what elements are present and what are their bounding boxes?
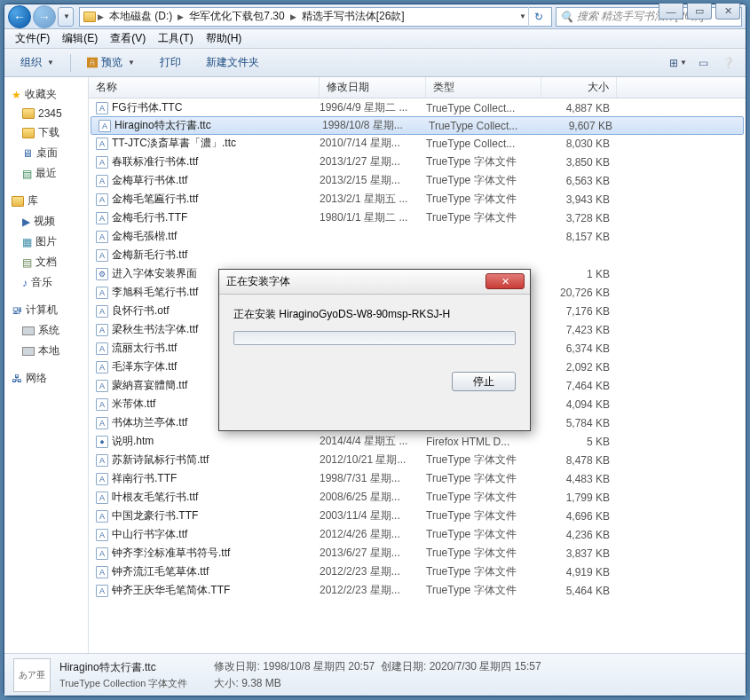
file-row[interactable]: A钟齐王庆华毛笔简体.TTF2012/2/23 星期...TrueType 字体… <box>89 581 746 600</box>
file-row[interactable]: AHiragino特太行書.ttc1998/10/8 星期...TrueType… <box>91 116 744 135</box>
sidebar-item[interactable]: ▤文档 <box>10 252 83 272</box>
file-row[interactable]: A金梅新毛行书.ttf <box>89 246 746 264</box>
file-type: TrueType Collect... <box>426 102 541 114</box>
file-icon: A <box>96 305 108 318</box>
file-name: 钟齐王庆华毛笔简体.TTF <box>112 583 230 598</box>
sidebar-item[interactable]: 🖥桌面 <box>10 143 83 163</box>
file-row[interactable]: A祥南行书.TTF1998/7/31 星期...TrueType 字体文件4,4… <box>89 469 746 488</box>
file-row[interactable]: A金梅毛張楷.ttf8,157 KB <box>89 227 746 246</box>
dialog-close-button[interactable]: ✕ <box>486 273 525 289</box>
menu-tools[interactable]: 工具(T) <box>153 29 198 48</box>
file-name: 中山行书字体.ttf <box>112 527 187 542</box>
file-row[interactable]: AFG行书体.TTC1996/4/9 星期二 ...TrueType Colle… <box>89 98 746 117</box>
file-size: 7,464 KB <box>541 380 617 392</box>
file-date: 2013/6/27 星期... <box>320 546 426 561</box>
file-row[interactable]: A钟齐李洤标准草书符号.ttf2013/6/27 星期...TrueType 字… <box>89 544 746 562</box>
breadcrumb-segment[interactable]: 本地磁盘 (D:) <box>106 8 176 25</box>
file-type: TrueType 字体文件 <box>426 508 541 523</box>
column-header-date[interactable]: 修改日期 <box>320 77 426 98</box>
breadcrumb-segment[interactable]: 精选手写书法体[26款] <box>298 8 408 25</box>
maximize-button[interactable]: ▭ <box>687 4 712 20</box>
file-icon: A <box>96 585 108 597</box>
address-dropdown[interactable]: ▼ <box>519 12 526 20</box>
preview-pane-button[interactable]: ▭ <box>692 54 714 72</box>
documents-icon: ▤ <box>22 256 32 269</box>
drive-icon <box>22 326 35 335</box>
file-row[interactable]: A中山行书字体.ttf2012/4/26 星期...TrueType 字体文件4… <box>89 525 746 544</box>
file-icon: A <box>96 547 108 560</box>
sidebar-item[interactable]: 2345 <box>10 105 83 122</box>
file-type: TrueType Collect... <box>429 120 544 132</box>
menu-file[interactable]: 文件(F) <box>10 29 55 48</box>
back-button[interactable]: ← <box>8 5 31 28</box>
file-date: 2012/4/26 星期... <box>320 527 426 542</box>
sidebar-item[interactable]: ▶视频 <box>10 211 83 232</box>
preview-button[interactable]: 🅰预览▼ <box>78 51 144 74</box>
file-row[interactable]: A金梅毛笔匾行书.ttf2013/2/1 星期五 ...TrueType 字体文… <box>89 190 746 208</box>
file-date: 1996/4/9 星期二 ... <box>320 100 426 115</box>
file-name: 祥南行书.TTF <box>112 471 177 486</box>
file-row[interactable]: A叶根友毛笔行书.ttf2008/6/25 星期...TrueType 字体文件… <box>89 488 746 507</box>
sidebar-item[interactable]: ♪音乐 <box>10 272 83 293</box>
status-filetype: TrueType Collection 字体文件 <box>59 677 187 690</box>
file-date: 2012/2/23 星期... <box>320 564 426 579</box>
new-folder-button[interactable]: 新建文件夹 <box>197 51 268 74</box>
column-header-type[interactable]: 类型 <box>426 77 541 98</box>
forward-button[interactable]: → <box>33 5 56 28</box>
sidebar-favorites[interactable]: ★收藏夹 <box>10 84 83 105</box>
file-date: 2014/4/4 星期五 ... <box>320 434 426 449</box>
menu-view[interactable]: 查看(V) <box>105 29 151 48</box>
address-bar[interactable]: ▶ 本地磁盘 (D:) ▶ 华军优化下载包7.30 ▶ 精选手写书法体[26款]… <box>79 7 552 27</box>
file-name: 苏新诗鼠标行书简.ttf <box>112 452 209 468</box>
file-row[interactable]: ●说明.htm2014/4/4 星期五 ...Firefox HTML D...… <box>89 432 746 451</box>
file-type: TrueType 字体文件 <box>426 192 541 207</box>
file-row[interactable]: A金梅草行书体.ttf2013/2/15 星期...TrueType 字体文件6… <box>89 171 746 190</box>
sidebar-item[interactable]: 系统 <box>10 320 83 341</box>
refresh-button[interactable]: ↻ <box>528 7 548 27</box>
file-name: 钟齐李洤标准草书符号.ttf <box>112 546 230 561</box>
sidebar-item[interactable]: ▤最近 <box>10 163 83 184</box>
file-row[interactable]: ATT-JTC淡斎草書「濃」.ttc2010/7/14 星期...TrueTyp… <box>89 134 746 153</box>
minimize-button[interactable]: — <box>659 4 683 20</box>
computer-icon: 🖳 <box>12 304 22 317</box>
file-row[interactable]: A金梅毛行书.TTF1980/1/1 星期二 ...TrueType 字体文件3… <box>89 208 746 227</box>
sidebar-item[interactable]: 本地 <box>10 341 83 361</box>
organize-button[interactable]: 组织▼ <box>12 51 63 74</box>
menu-edit[interactable]: 编辑(E) <box>57 29 103 48</box>
file-size: 20,726 KB <box>541 287 617 299</box>
file-date: 2013/2/15 星期... <box>320 173 426 188</box>
help-button[interactable]: ❔ <box>717 54 738 72</box>
file-row[interactable]: A钟齐流江毛笔草体.ttf2012/2/23 星期...TrueType 字体文… <box>89 562 746 581</box>
file-size: 5 KB <box>541 436 617 448</box>
file-size: 6,563 KB <box>541 175 617 187</box>
file-name: 说明.htm <box>112 434 154 449</box>
file-name: 叶根友毛笔行书.ttf <box>112 490 198 505</box>
file-type: TrueType 字体文件 <box>426 471 541 486</box>
sidebar-computer[interactable]: 🖳计算机 <box>10 300 83 320</box>
file-row[interactable]: A苏新诗鼠标行书简.ttf2012/10/21 星期...TrueType 字体… <box>89 451 746 469</box>
drive-icon <box>22 347 35 356</box>
dialog-title: 正在安装字体 <box>226 274 290 289</box>
print-button[interactable]: 打印 <box>151 51 190 74</box>
stop-button[interactable]: 停止 <box>452 372 516 391</box>
history-dropdown[interactable]: ▼ <box>58 7 74 27</box>
file-icon: A <box>96 473 108 485</box>
file-row[interactable]: A春联标准行书体.ttf2013/1/27 星期...TrueType 字体文件… <box>89 153 746 171</box>
menu-help[interactable]: 帮助(H) <box>201 29 248 48</box>
sidebar-libraries[interactable]: 库 <box>10 191 83 211</box>
breadcrumb-segment[interactable]: 华军优化下载包7.30 <box>186 8 288 25</box>
file-name: 钟齐流江毛笔草体.ttf <box>112 564 209 579</box>
sidebar-network[interactable]: 🖧网络 <box>10 368 83 389</box>
close-button[interactable]: ✕ <box>715 4 740 20</box>
column-header-name[interactable]: 名称 <box>89 77 320 98</box>
chevron-right-icon: ▶ <box>98 12 104 21</box>
file-row[interactable]: A中国龙豪行书.TTF2003/11/4 星期...TrueType 字体文件4… <box>89 507 746 525</box>
file-date: 2013/2/1 星期五 ... <box>320 192 426 207</box>
file-size: 8,030 KB <box>541 138 617 150</box>
dialog-titlebar[interactable]: 正在安装字体 ✕ <box>219 270 530 295</box>
sidebar-item[interactable]: ▦图片 <box>10 232 83 252</box>
column-header-size[interactable]: 大小 <box>541 77 617 98</box>
file-thumbnail: あア亜 <box>13 658 51 692</box>
sidebar-item[interactable]: 下载 <box>10 122 83 143</box>
view-options-button[interactable]: ⊞▼ <box>667 54 689 72</box>
